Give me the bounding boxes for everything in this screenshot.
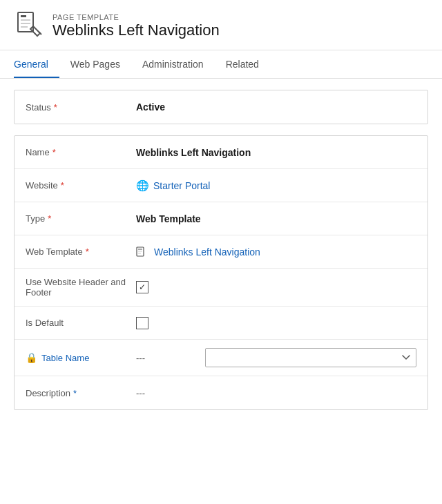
globe-icon: 🌐 [136,180,149,192]
tab-administration[interactable]: Administration [142,50,215,78]
web-template-icon [136,246,147,258]
table-name-label-container: 🔒 Table Name [26,352,136,363]
website-label: Website * [26,180,136,191]
name-value: Weblinks Left Navigation [136,147,416,158]
table-name-dropdown[interactable] [205,348,416,367]
description-label: Description * [26,388,136,398]
status-card: Status * Active [14,90,428,124]
page-header: PAGE TEMPLATE Weblinks Left Navigation [0,0,442,50]
description-required-star: * [73,388,77,398]
table-name-dash: --- [136,353,205,363]
website-value: 🌐 Starter Portal [136,180,416,192]
name-row: Name * Weblinks Left Navigation [15,136,427,169]
page-title: Weblinks Left Navigation [52,21,220,39]
use-header-footer-row: Use Website Header and Footer [15,269,427,307]
use-header-footer-label: Use Website Header and Footer [26,277,136,298]
type-required-star: * [48,213,51,224]
website-required-star: * [61,180,64,191]
is-default-checkbox[interactable] [136,317,148,329]
is-default-label: Is Default [26,318,136,328]
type-label: Type * [26,213,136,224]
status-label: Status * [26,102,136,113]
status-row: Status * Active [15,90,427,124]
page-template-label: PAGE TEMPLATE [52,13,220,21]
is-default-row: Is Default [15,307,427,340]
web-template-value: Weblinks Left Navigation [136,246,416,258]
description-value: --- [136,388,416,398]
type-value: Web Template [136,213,416,224]
name-label: Name * [26,147,136,157]
name-required-star: * [52,147,56,157]
svg-rect-2 [21,19,30,21]
tab-bar: General Web Pages Administration Related [0,50,442,79]
website-link[interactable]: 🌐 Starter Portal [136,180,210,192]
content-area: Status * Active Name * Weblinks Left Nav… [0,79,442,432]
use-header-footer-value [136,281,416,293]
tab-general[interactable]: General [14,50,59,78]
lock-icon: 🔒 [26,352,37,363]
svg-rect-4 [21,26,28,28]
page-template-icon [14,11,44,41]
is-default-value [136,317,416,329]
status-required-star: * [54,102,57,113]
website-row: Website * 🌐 Starter Portal [15,169,427,202]
web-template-required-star: * [86,246,89,257]
description-row: Description * --- [15,376,427,409]
type-row: Type * Web Template [15,202,427,235]
tab-web-pages[interactable]: Web Pages [70,50,131,78]
svg-rect-1 [21,15,26,17]
web-template-row: Web Template * Weblinks Left Navigation [15,235,427,269]
web-template-link[interactable]: Weblinks Left Navigation [136,246,260,258]
svg-rect-3 [21,23,30,24]
table-name-row: 🔒 Table Name --- [15,340,427,376]
web-template-label: Web Template * [26,246,136,257]
details-card: Name * Weblinks Left Navigation Website … [14,135,428,410]
tab-related[interactable]: Related [226,50,270,78]
status-value: Active [136,101,416,113]
use-header-footer-checkbox[interactable] [136,281,148,293]
table-name-label: Table Name [41,353,89,363]
